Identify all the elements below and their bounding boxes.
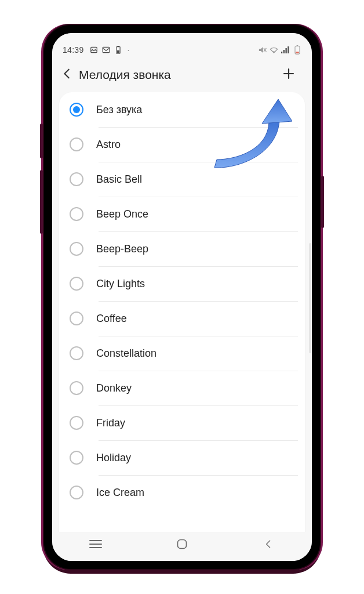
statusbar-right <box>258 46 301 55</box>
ringtone-label: Friday <box>96 417 125 429</box>
svg-rect-18 <box>177 540 186 549</box>
screen: 14:39 · <box>52 33 312 561</box>
ringtone-list[interactable]: Без звукаAstroBasic BellBeep OnceBeep-Be… <box>59 92 305 532</box>
ringtone-label: City Lights <box>96 278 145 290</box>
recents-button[interactable] <box>78 534 113 557</box>
svg-rect-9 <box>283 50 285 53</box>
statusbar-dot: · <box>128 45 130 55</box>
power-key <box>321 176 324 228</box>
radio-button[interactable] <box>70 312 83 325</box>
ringtone-label: Ice Cream <box>96 487 144 499</box>
ringtone-label: Coffee <box>96 313 127 325</box>
ringtone-row[interactable]: Holiday <box>59 440 305 475</box>
ringtone-row[interactable]: Beep-Beep <box>59 231 305 266</box>
home-icon <box>176 538 188 552</box>
statusbar: 14:39 · <box>52 33 312 57</box>
ringtone-row[interactable]: Без звука <box>59 92 305 127</box>
ringtone-label: Beep Once <box>96 208 148 220</box>
ringtone-row[interactable]: Constellation <box>59 336 305 371</box>
radio-button[interactable] <box>70 172 83 186</box>
svg-rect-4 <box>117 50 119 53</box>
svg-point-7 <box>273 51 275 53</box>
svg-rect-11 <box>287 46 289 53</box>
svg-rect-14 <box>296 52 299 53</box>
ringtone-row[interactable]: Donkey <box>59 371 305 405</box>
chevron-left-icon <box>264 539 273 552</box>
plus-icon <box>282 67 296 83</box>
ringtone-label: Donkey <box>96 382 132 394</box>
wifi-icon <box>270 46 278 55</box>
ringtone-row[interactable]: City Lights <box>59 266 305 301</box>
ringtone-label: Beep-Beep <box>96 243 148 255</box>
ringtone-label: Holiday <box>96 452 131 464</box>
radio-button[interactable] <box>70 346 83 360</box>
radio-button[interactable] <box>70 277 83 291</box>
ringtone-label: Без звука <box>96 104 142 116</box>
radio-button[interactable] <box>70 103 83 117</box>
ringtone-row[interactable]: Astro <box>59 127 305 162</box>
volume-down-key <box>40 170 43 234</box>
ringtone-row[interactable]: Basic Bell <box>59 162 305 197</box>
image-icon <box>90 46 99 55</box>
battery-icon <box>293 46 301 55</box>
radio-button[interactable] <box>70 451 83 465</box>
phone-frame: 14:39 · <box>44 25 320 569</box>
recents-icon <box>89 539 102 551</box>
radio-button[interactable] <box>70 137 83 151</box>
radio-button[interactable] <box>70 207 83 221</box>
svg-rect-3 <box>117 46 119 47</box>
list-container: Без звукаAstroBasic BellBeep OnceBeep-Be… <box>52 92 312 532</box>
svg-rect-8 <box>281 52 282 53</box>
ringtone-row[interactable]: Ice Cream <box>59 475 305 510</box>
mute-icon <box>258 46 267 55</box>
svg-rect-13 <box>296 45 298 46</box>
back-button[interactable] <box>56 63 79 86</box>
battery-small-icon <box>114 46 123 55</box>
mail-icon <box>102 46 111 55</box>
chevron-left-icon <box>61 67 74 82</box>
ringtone-label: Constellation <box>96 347 156 360</box>
navigation-bar <box>52 532 312 561</box>
radio-button[interactable] <box>70 486 83 499</box>
radio-button[interactable] <box>70 242 83 256</box>
header-bar: Мелодия звонка <box>52 57 312 92</box>
statusbar-clock: 14:39 <box>63 45 84 55</box>
scrollbar[interactable] <box>309 243 311 353</box>
svg-rect-10 <box>286 48 287 53</box>
ringtone-row[interactable]: Coffee <box>59 301 305 336</box>
nav-back-button[interactable] <box>251 534 286 557</box>
page-title: Мелодия звонка <box>79 68 277 82</box>
ringtone-row[interactable]: Friday <box>59 405 305 440</box>
ringtone-label: Basic Bell <box>96 173 142 186</box>
home-button[interactable] <box>165 534 199 557</box>
signal-icon <box>281 46 290 55</box>
ringtone-row[interactable]: Beep Once <box>59 197 305 231</box>
statusbar-left: 14:39 · <box>63 45 129 55</box>
volume-up-key <box>40 124 43 158</box>
radio-button[interactable] <box>70 416 83 430</box>
svg-rect-1 <box>103 47 110 52</box>
radio-button[interactable] <box>70 381 83 395</box>
ringtone-label: Astro <box>96 139 121 151</box>
add-button[interactable] <box>277 63 300 86</box>
